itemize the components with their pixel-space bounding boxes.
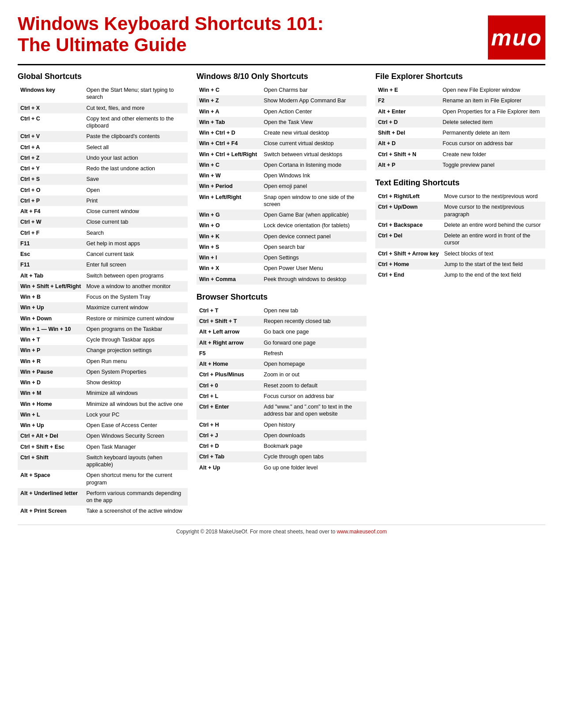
table-row: Ctrl + Shift + EscOpen Task Manager	[18, 442, 188, 452]
global-section-title: Global Shortcuts	[18, 72, 188, 81]
shortcut-description: Open Game Bar (when applicable)	[261, 210, 367, 220]
table-row: Win + KOpen device connect panel	[196, 231, 367, 242]
table-row: Win + Ctrl + DCreate new virtual desktop	[196, 128, 367, 138]
win810-section-title: Windows 8/10 Only Shortcuts	[196, 72, 367, 81]
title-line1: Windows Keyboard Shortcuts 101:	[18, 13, 324, 34]
shortcut-key: Alt + Up	[196, 462, 261, 473]
table-row: Ctrl + LFocus cursor on address bar	[196, 391, 367, 402]
shortcut-key: Win + M	[18, 388, 83, 398]
shortcut-key: Ctrl + H	[196, 420, 261, 430]
fileexplorer-section-title: File Explorer Shortcuts	[375, 72, 545, 81]
shortcut-key: F2	[375, 95, 440, 106]
shortcut-description: Open the Start Menu; start typing to sea…	[83, 85, 188, 103]
browser-section-title: Browser Shortcuts	[196, 293, 367, 302]
shortcut-description: Open System Properties	[83, 367, 188, 377]
table-row: Win + UpOpen Ease of Access Center	[18, 420, 188, 431]
table-row: Win + 1 — Win + 10Open programs on the T…	[18, 324, 188, 334]
table-row: Ctrl + XCut text, files, and more	[18, 103, 188, 113]
table-row: Ctrl + HomeJump to the start of the text…	[375, 259, 545, 270]
shortcut-key: Win + C	[196, 85, 261, 95]
table-row: Alt + HomeOpen homepage	[196, 359, 367, 369]
shortcut-description: Open new File Explorer window	[440, 85, 545, 95]
shortcut-description: Bookmark page	[261, 441, 367, 451]
shortcut-key: Win + P	[18, 345, 83, 356]
shortcut-description: Open Properties for a File Explorer item	[440, 106, 545, 117]
global-shortcuts-col: Global Shortcuts Windows keyOpen the Sta…	[18, 72, 196, 517]
shortcut-key: Ctrl + End	[375, 270, 442, 280]
shortcut-key: Ctrl + A	[18, 142, 83, 153]
content-columns: Global Shortcuts Windows keyOpen the Sta…	[18, 72, 545, 517]
shortcut-description: Move cursor to the next/previous paragra…	[442, 202, 545, 220]
shortcut-key: Alt + Underlined letter	[18, 488, 83, 506]
shortcut-description: Add "www." and ".com" to text in the add…	[261, 402, 367, 420]
shortcut-key: Win + G	[196, 210, 261, 220]
shortcut-description: Cycle through open tabs	[261, 451, 367, 462]
shortcut-key: Ctrl + O	[18, 185, 83, 195]
shortcut-key: Ctrl + Shift + Arrow key	[375, 248, 442, 259]
shortcut-description: Go forward one page	[261, 338, 367, 348]
shortcut-key: Shift + Del	[375, 128, 440, 138]
table-row: Ctrl + CCopy text and other elements to …	[18, 113, 188, 131]
table-row: Ctrl + SSave	[18, 174, 188, 184]
shortcut-description: Open Power User Menu	[261, 263, 367, 274]
main-title: Windows Keyboard Shortcuts 101: The Ulti…	[18, 13, 324, 56]
table-row: Alt + EnterOpen Properties for a File Ex…	[375, 106, 545, 117]
shortcut-description: Change projection settings	[83, 345, 188, 356]
table-row: Ctrl + Shift + TReopen recently closed t…	[196, 316, 367, 326]
shortcut-key: Ctrl + 0	[196, 380, 261, 391]
browser-shortcuts-table: Ctrl + TOpen new tabCtrl + Shift + TReop…	[196, 305, 367, 473]
shortcut-key: Win + K	[196, 231, 261, 242]
shortcut-key: Win + Tab	[196, 117, 261, 128]
right-col: File Explorer Shortcuts Win + EOpen new …	[375, 72, 545, 280]
table-row: Alt + DFocus cursor on address bar	[375, 138, 545, 149]
shortcut-key: Win + C	[196, 160, 261, 170]
shortcut-description: Show Modern App Command Bar	[261, 95, 367, 106]
table-row: Ctrl + DBookmark page	[196, 441, 367, 451]
shortcut-description: Minimize all windows but the active one	[83, 399, 188, 409]
logo: muo	[488, 15, 545, 60]
shortcut-key: Win + Ctrl + Left/Right	[196, 149, 261, 160]
shortcut-key: F11	[18, 259, 83, 270]
table-row: Win + UpMaximize current window	[18, 302, 188, 313]
table-row: Ctrl + HOpen history	[196, 420, 367, 430]
shortcut-description: Open emoji panel	[261, 181, 367, 191]
table-row: Ctrl + FSearch	[18, 228, 188, 238]
table-row: Alt + Underlined letterPerform various c…	[18, 488, 188, 506]
shortcut-description: Select all	[83, 142, 188, 153]
shortcut-description: Delete an entire word in front of the cu…	[442, 230, 545, 248]
shortcut-description: Go up one folder level	[261, 462, 367, 473]
table-row: Alt + Right arrowGo forward one page	[196, 338, 367, 348]
shortcut-key: Ctrl + F	[18, 228, 83, 238]
shortcut-description: Take a screenshot of the active window	[83, 506, 188, 516]
shortcut-key: Alt + Space	[18, 470, 83, 488]
shortcut-description: Reopen recently closed tab	[261, 316, 367, 326]
shortcut-description: Snap open window to one side of the scre…	[261, 192, 367, 210]
shortcut-description: Search	[83, 228, 188, 238]
shortcut-description: Open history	[261, 420, 367, 430]
table-row: Win + MMinimize all windows	[18, 388, 188, 398]
shortcut-description: Show desktop	[83, 377, 188, 388]
shortcut-description: Reset zoom to default	[261, 380, 367, 391]
table-row: Alt + PToggle preview panel	[375, 160, 545, 170]
shortcut-description: Go back one page	[261, 326, 367, 337]
table-row: Win + WOpen Windows Ink	[196, 170, 367, 181]
table-row: Windows keyOpen the Start Menu; start ty…	[18, 85, 188, 103]
shortcut-description: Close current tab	[83, 217, 188, 227]
win810-shortcuts-table: Win + COpen Charms barWin + ZShow Modern…	[196, 85, 367, 285]
shortcut-key: Ctrl + T	[196, 305, 261, 316]
shortcut-description: Lock device orientation (for tablets)	[261, 220, 367, 231]
shortcut-key: Alt + D	[375, 138, 440, 149]
shortcut-description: Perform various commands depending on th…	[83, 488, 188, 506]
shortcut-description: Open Action Center	[261, 106, 367, 117]
shortcut-key: Ctrl + C	[18, 113, 83, 131]
shortcut-description: Select blocks of text	[442, 248, 545, 259]
shortcut-key: Win + W	[196, 170, 261, 181]
shortcut-description: Minimize all windows	[83, 388, 188, 398]
shortcut-key: F5	[196, 348, 261, 359]
footer-link[interactable]: www.makeuseof.com	[337, 529, 387, 535]
table-row: Win + DShow desktop	[18, 377, 188, 388]
shortcut-description: Open device connect panel	[261, 231, 367, 242]
shortcut-description: Print	[83, 195, 188, 206]
header: Windows Keyboard Shortcuts 101: The Ulti…	[18, 13, 545, 60]
title-block: Windows Keyboard Shortcuts 101: The Ulti…	[18, 13, 324, 56]
